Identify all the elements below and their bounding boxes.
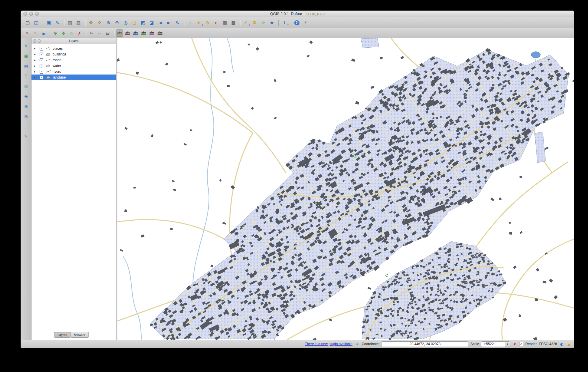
layer-visibility-checkbox[interactable]: ✓ <box>40 47 43 51</box>
expander-icon[interactable]: ▶ <box>34 59 37 62</box>
plugin-available-link[interactable]: There is a new plugin available <box>305 342 352 346</box>
layer-visibility-checkbox[interactable]: ✓ <box>40 53 43 56</box>
layer-row-water[interactable]: ▶✓water <box>32 63 116 69</box>
layer-row-landuse[interactable]: ▶✓landuse <box>32 75 116 80</box>
pan-to-selection-button[interactable]: ✜ <box>96 19 103 27</box>
layer-row-rivers[interactable]: ▶✓rivers <box>32 69 116 75</box>
panel-tab-layers[interactable]: Layers <box>54 332 71 338</box>
toggle-editing-icon: ✎ <box>34 31 37 35</box>
deselect-features-button[interactable]: ⊘ <box>204 19 211 27</box>
move-feature-button[interactable]: ✥ <box>60 29 67 37</box>
show-bookmarks-button[interactable]: ★ <box>268 19 276 27</box>
add-delimited-text-layer-button[interactable]: , <box>23 123 29 130</box>
new-project-icon: ▢ <box>25 21 30 25</box>
layers-list: ▶✓places▶✓buildings▶✓roads▶✓water▶✓river… <box>32 44 116 332</box>
close-window-button[interactable] <box>23 12 27 16</box>
open-attribute-table-button[interactable]: ▦ <box>221 19 229 27</box>
expander-icon[interactable]: ▶ <box>34 65 37 67</box>
open-project-button[interactable]: ◱ <box>32 19 40 27</box>
measure-button[interactable]: ∠▾ <box>242 19 250 27</box>
layer-row-places[interactable]: ▶✓places <box>32 46 116 51</box>
expander-icon[interactable]: ▶ <box>34 76 37 79</box>
identify-features-button[interactable]: i <box>186 19 194 27</box>
text-annotation-button[interactable]: T▾ <box>280 19 288 27</box>
close-panel-button[interactable]: × <box>33 39 36 43</box>
highlight-pinned-labels-button[interactable]: abc <box>132 29 139 37</box>
save-project-button[interactable]: ▣ <box>45 19 53 27</box>
composer-manager-button[interactable]: ▥ <box>75 19 82 27</box>
pan-map-button[interactable]: ✥ <box>87 19 95 27</box>
titlebar[interactable]: QGIS 2.0.1–Dufour – basic_map <box>21 11 574 17</box>
zoom-last-button[interactable]: ◄ <box>156 19 164 27</box>
select-features-button[interactable]: ➤▾ <box>195 19 203 27</box>
add-raster-layer-button[interactable]: ▦ <box>23 52 29 59</box>
plugin-icon[interactable]: ✦ <box>354 341 360 347</box>
messages-button[interactable]: ▲ <box>566 341 572 347</box>
maximize-window-button[interactable] <box>35 12 39 16</box>
add-postgis-layer-button[interactable]: ▤ <box>23 62 29 69</box>
refresh-map-button[interactable]: ↻ <box>174 19 182 27</box>
layer-row-roads[interactable]: ▶✓roads <box>32 57 116 63</box>
move-label-button[interactable]: abc <box>140 29 147 37</box>
zoom-out-button[interactable]: ⊖ <box>113 19 121 27</box>
highlight-pinned-labels-icon: abc <box>133 31 138 35</box>
layer-visibility-checkbox[interactable]: ✓ <box>40 64 43 68</box>
paste-features-button[interactable]: ▤ <box>104 29 111 37</box>
node-tool-button[interactable]: ◇ <box>68 29 75 37</box>
layer-visibility-checkbox[interactable]: ✓ <box>40 70 43 74</box>
current-edits-button[interactable]: ✎ <box>24 29 31 37</box>
whats-this-icon: ? <box>304 21 307 25</box>
change-label-properties-button[interactable]: abc <box>156 29 164 37</box>
expander-icon[interactable]: ▶ <box>34 47 37 50</box>
save-layer-edits-button[interactable]: ▣ <box>40 29 47 37</box>
expander-icon[interactable]: ▶ <box>34 53 37 56</box>
remove-layer-button[interactable]: − <box>23 143 29 150</box>
zoom-to-selection-button[interactable]: ◩ <box>139 19 147 27</box>
crs-status-button[interactable]: ◐ <box>559 341 564 347</box>
add-vector-layer-icon: V <box>25 44 27 48</box>
expander-icon[interactable]: ▶ <box>34 70 37 73</box>
layer-visibility-checkbox[interactable]: ✓ <box>40 76 43 79</box>
add-wms-layer-button[interactable]: ◉ <box>23 93 29 100</box>
help-contents-button[interactable]: ? <box>293 19 301 27</box>
add-wfs-layer-button[interactable]: ◎ <box>23 113 29 120</box>
labeling-options-button[interactable]: abc <box>116 29 123 37</box>
render-checkbox[interactable]: ✓ <box>519 342 523 346</box>
minimize-window-button[interactable] <box>29 12 33 16</box>
add-wcs-layer-button[interactable]: ◍ <box>23 103 29 110</box>
scale-combobox[interactable]: 1:5522 ▾ <box>481 341 510 347</box>
add-feature-button[interactable]: ⊕ <box>52 29 59 37</box>
zoom-full-extent-button[interactable]: ◻ <box>130 19 138 27</box>
layer-label: places <box>53 46 63 51</box>
save-project-as-button[interactable]: ✎ <box>53 19 61 27</box>
new-shapefile-layer-button[interactable]: ✎ <box>23 133 29 140</box>
pin-labels-button[interactable]: abc <box>124 29 131 37</box>
new-print-composer-button[interactable]: ▤ <box>66 19 74 27</box>
copy-features-button[interactable]: ▱ <box>96 29 103 37</box>
layer-row-buildings[interactable]: ▶✓buildings <box>32 51 116 57</box>
whats-this-button[interactable]: ? <box>302 19 309 27</box>
panel-tab-browser[interactable]: Browser <box>70 332 89 338</box>
cut-features-button[interactable]: ✂ <box>88 29 95 37</box>
zoom-native-button[interactable]: ◎ <box>122 19 130 27</box>
zoom-next-button[interactable]: ► <box>165 19 173 27</box>
toggle-editing-button[interactable]: ✎ <box>32 29 39 37</box>
add-mssql-layer-button[interactable]: ▥ <box>23 83 29 90</box>
zoom-to-layer-button[interactable]: ◪ <box>148 19 156 27</box>
field-calculator-button[interactable]: ▩ <box>230 19 237 27</box>
add-spatialite-layer-button[interactable]: S <box>23 72 29 79</box>
layer-visibility-checkbox[interactable]: ✓ <box>40 58 43 62</box>
float-panel-button[interactable] <box>38 39 41 43</box>
new-bookmark-button[interactable]: ☆ <box>259 19 267 27</box>
map-tips-button[interactable]: ✉ <box>251 19 258 27</box>
add-vector-layer-button[interactable]: V <box>23 42 29 49</box>
new-project-button[interactable]: ▢ <box>24 19 32 27</box>
zoom-in-button[interactable]: ⊕ <box>104 19 112 27</box>
delete-selected-button[interactable]: ✗ <box>76 29 83 37</box>
map-canvas[interactable] <box>117 38 574 340</box>
select-by-expression-button[interactable]: ε <box>212 19 220 27</box>
chevron-down-icon[interactable]: ▾ <box>505 342 510 347</box>
stop-render-icon[interactable]: ✘ <box>512 341 517 347</box>
rotate-label-button[interactable]: abc <box>148 29 156 37</box>
coordinate-input[interactable] <box>382 341 468 347</box>
